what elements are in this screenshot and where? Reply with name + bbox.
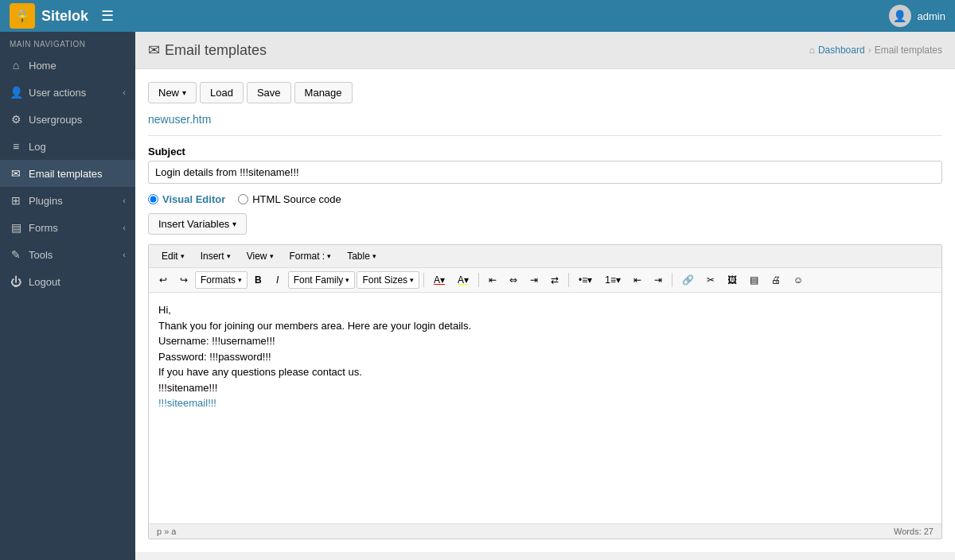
font-family-dropdown[interactable]: Font Family: [288, 271, 356, 289]
avatar: 👤: [889, 5, 911, 27]
content-line1: Hi,: [158, 304, 171, 316]
bg-color-button[interactable]: A▾: [452, 271, 474, 289]
hamburger-icon[interactable]: ☰: [101, 7, 114, 25]
logo-text: Sitelok: [41, 8, 88, 25]
formats-dropdown[interactable]: Formats: [195, 271, 248, 289]
menu-item-table[interactable]: Table: [341, 248, 383, 264]
log-label: Log: [29, 141, 46, 153]
editor-wrapper: EditInsertViewFormat :Table ↩ ↪ Formats …: [148, 244, 942, 539]
sidebar-item-plugins[interactable]: ⊞ Plugins ‹: [0, 187, 135, 214]
page-title-icon: ✉: [148, 41, 160, 59]
image-button[interactable]: 🖼: [722, 271, 743, 289]
bold-button[interactable]: B: [249, 271, 267, 289]
home-label: Home: [29, 60, 57, 72]
outdent-button[interactable]: ⇤: [628, 271, 647, 289]
sidebar-item-tools[interactable]: ✎ Tools ‹: [0, 241, 135, 268]
breadcrumb-home-link[interactable]: Dashboard: [818, 45, 865, 56]
content-line7[interactable]: !!!siteemail!!!: [158, 397, 216, 409]
logo-icon: 🔒: [10, 3, 35, 29]
menu-item-view[interactable]: View: [240, 248, 280, 264]
menu-item-edit[interactable]: Edit: [155, 248, 191, 264]
logout-icon: ⏻: [10, 275, 22, 288]
page-header: ✉ Email templates ⌂ Dashboard › Email te…: [135, 32, 955, 69]
load-button[interactable]: Load: [200, 82, 244, 103]
html-source-label: HTML Source code: [252, 193, 341, 205]
logo: 🔒 Sitelok ☰: [10, 3, 114, 29]
content-line3: Username: !!!username!!!: [158, 335, 275, 347]
unlink-button[interactable]: ✂: [701, 271, 720, 289]
editor-mode-group: Visual Editor HTML Source code: [148, 193, 942, 205]
sidebar: MAIN NAVIGATION ⌂ Home 👤 User actions ‹ …: [0, 32, 135, 560]
subject-input[interactable]: [148, 161, 942, 184]
sidebar-item-usergroups[interactable]: ⚙ Usergroups: [0, 106, 135, 133]
sidebar-item-logout[interactable]: ⏻ Logout: [0, 268, 135, 295]
content-line2: Thank you for joining our members area. …: [158, 320, 471, 332]
sidebar-section-label: MAIN NAVIGATION: [0, 32, 135, 52]
main-content: ✉ Email templates ⌂ Dashboard › Email te…: [135, 32, 955, 560]
page-title: ✉ Email templates: [148, 41, 267, 59]
sidebar-nav: ⌂ Home 👤 User actions ‹ ⚙ Usergroups ≡ L…: [0, 52, 135, 295]
logout-label: Logout: [29, 276, 60, 288]
save-button[interactable]: Save: [247, 82, 291, 103]
filename: newuser.htm: [148, 113, 942, 126]
undo-button[interactable]: ↩: [154, 271, 173, 289]
print-button[interactable]: 🖨: [766, 271, 786, 289]
sidebar-item-user-actions[interactable]: 👤 User actions ‹: [0, 79, 135, 106]
new-button[interactable]: New: [148, 82, 197, 103]
sidebar-item-email-templates[interactable]: ✉ Email templates: [0, 160, 135, 187]
justify-button[interactable]: ⇄: [545, 271, 564, 289]
topbar: 🔒 Sitelok ☰ 👤 admin: [0, 0, 955, 32]
insert-variables-button[interactable]: Insert Variables: [148, 213, 247, 235]
breadcrumb: ⌂ Dashboard › Email templates: [809, 45, 942, 56]
topbar-right: 👤 admin: [889, 5, 945, 27]
plugins-arrow: ‹: [123, 196, 126, 205]
sidebar-item-forms[interactable]: ▤ Forms ‹: [0, 214, 135, 241]
font-color-button[interactable]: A▾: [428, 271, 450, 289]
html-source-radio[interactable]: HTML Source code: [238, 193, 341, 205]
forms-label: Forms: [29, 222, 58, 234]
emoji-button[interactable]: ☺: [788, 271, 809, 289]
editor-word-count: Words: 27: [894, 527, 934, 536]
usergroups-icon: ⚙: [10, 113, 22, 126]
divider: [148, 135, 942, 136]
toolbar-separator-4: [672, 273, 672, 287]
forms-icon: ▤: [10, 221, 22, 234]
numbering-button[interactable]: 1≡▾: [599, 271, 626, 289]
editor-content[interactable]: Hi, Thank you for joining our members ar…: [149, 293, 941, 523]
editor-toolbar: ↩ ↪ Formats B I Font Family Font Sizes A…: [149, 268, 941, 293]
home-icon: ⌂: [10, 59, 22, 72]
sidebar-item-log[interactable]: ≡ Log: [0, 133, 135, 160]
menu-item-insert[interactable]: Insert: [194, 248, 237, 264]
menu-item-format[interactable]: Format :: [283, 248, 338, 264]
media-button[interactable]: ▤: [744, 271, 764, 289]
tools-label: Tools: [29, 249, 53, 261]
plugins-icon: ⊞: [10, 194, 22, 207]
content-line6: !!!sitename!!!: [158, 382, 217, 394]
italic-button[interactable]: I: [269, 271, 286, 289]
visual-editor-radio[interactable]: Visual Editor: [148, 193, 225, 205]
user-actions-label: User actions: [29, 87, 86, 99]
link-button[interactable]: 🔗: [676, 271, 700, 289]
usergroups-label: Usergroups: [29, 114, 82, 126]
indent-button[interactable]: ⇥: [649, 271, 668, 289]
editor-menubar: EditInsertViewFormat :Table: [149, 245, 941, 268]
toolbar-separator-3: [568, 273, 569, 287]
align-left-button[interactable]: ⇤: [483, 271, 502, 289]
align-center-button[interactable]: ⇔: [504, 271, 523, 289]
forms-arrow: ‹: [123, 223, 126, 232]
bullets-button[interactable]: •≡▾: [573, 271, 598, 289]
redo-button[interactable]: ↪: [174, 271, 193, 289]
email-templates-label: Email templates: [29, 168, 102, 180]
toolbar-separator-1: [423, 273, 424, 287]
user-actions-arrow: ‹: [123, 88, 126, 97]
user-actions-icon: 👤: [10, 86, 22, 99]
sidebar-item-home[interactable]: ⌂ Home: [0, 52, 135, 79]
breadcrumb-home-icon: ⌂: [809, 45, 815, 56]
font-size-dropdown[interactable]: Font Sizes: [357, 271, 419, 289]
email-templates-icon: ✉: [10, 167, 22, 180]
content-area: New Load Save Manage newuser.htm Subject…: [135, 69, 955, 552]
subject-label: Subject: [148, 146, 942, 158]
username: admin: [918, 10, 945, 22]
manage-button[interactable]: Manage: [294, 82, 353, 103]
align-right-button[interactable]: ⇥: [524, 271, 544, 289]
